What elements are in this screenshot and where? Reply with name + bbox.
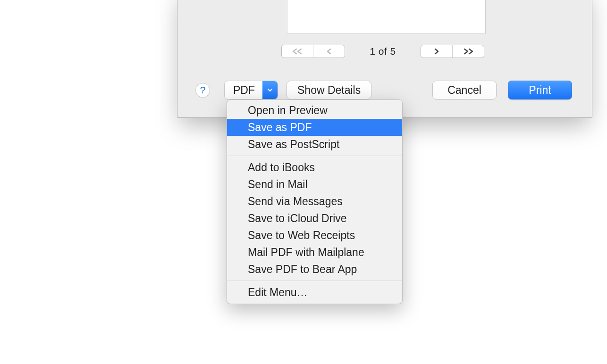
- menu-item[interactable]: Send in Mail: [227, 176, 402, 193]
- page-navigation: 1 of 5: [281, 44, 484, 58]
- menu-item[interactable]: Send via Messages: [227, 193, 402, 210]
- print-button[interactable]: Print: [508, 81, 572, 99]
- next-page-button[interactable]: [421, 45, 452, 58]
- help-icon: ?: [200, 84, 206, 96]
- menu-separator: [227, 156, 402, 156]
- pdf-dropdown-label: PDF: [225, 81, 262, 99]
- help-button[interactable]: ?: [195, 83, 210, 98]
- prev-page-button[interactable]: [313, 45, 345, 58]
- menu-item[interactable]: Save PDF to Bear App: [227, 261, 402, 278]
- menu-item[interactable]: Save to iCloud Drive: [227, 210, 402, 227]
- menu-separator: [227, 281, 402, 281]
- pdf-dropdown-arrow: [262, 81, 278, 99]
- page-nav-back-segment: [281, 45, 345, 58]
- page-nav-forward-segment: [421, 45, 484, 58]
- chevron-down-icon: [267, 88, 273, 92]
- cancel-button[interactable]: Cancel: [432, 81, 497, 99]
- chevron-right-icon: [433, 48, 440, 55]
- menu-item[interactable]: Save to Web Receipts: [227, 227, 402, 244]
- print-label: Print: [529, 85, 551, 96]
- chevron-double-right-icon: [462, 48, 475, 55]
- menu-item[interactable]: Save as PostScript: [227, 136, 402, 153]
- page-preview-thumbnail: [287, 0, 486, 34]
- show-details-button[interactable]: Show Details: [287, 81, 371, 99]
- chevron-double-left-icon: [291, 48, 304, 55]
- pdf-dropdown-menu: Open in PreviewSave as PDFSave as PostSc…: [227, 99, 403, 304]
- menu-item[interactable]: Open in Preview: [227, 102, 402, 119]
- show-details-label: Show Details: [297, 85, 361, 96]
- cancel-label: Cancel: [447, 85, 481, 96]
- menu-item[interactable]: Add to iBooks: [227, 159, 402, 176]
- pdf-dropdown-button[interactable]: PDF: [224, 81, 278, 99]
- menu-item[interactable]: Mail PDF with Mailplane: [227, 244, 402, 261]
- page-indicator: 1 of 5: [370, 46, 396, 57]
- chevron-left-icon: [326, 48, 332, 55]
- first-page-button[interactable]: [282, 45, 313, 58]
- menu-item[interactable]: Edit Menu…: [227, 284, 402, 301]
- last-page-button[interactable]: [452, 45, 484, 58]
- dialog-button-row: ? PDF Show Details Cancel Print: [195, 81, 572, 99]
- menu-item[interactable]: Save as PDF: [227, 119, 402, 136]
